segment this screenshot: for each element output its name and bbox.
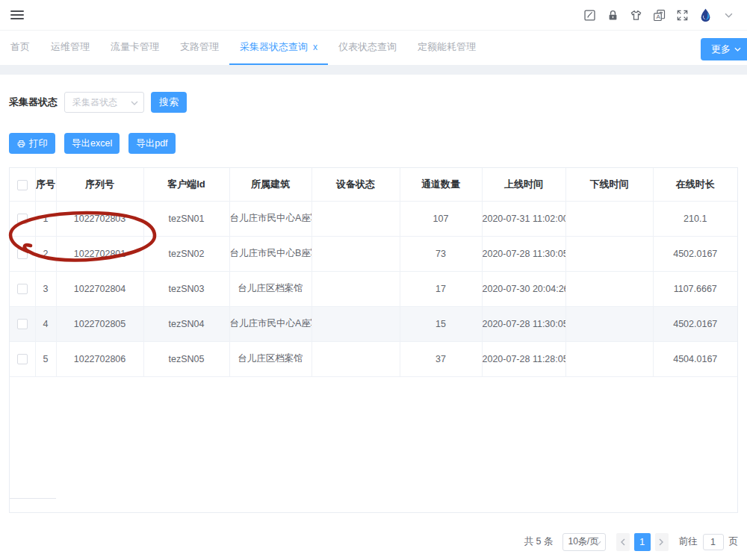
export-excel-button[interactable]: 导出excel [64, 133, 120, 154]
cell-seq: 1 [35, 201, 56, 236]
tab-ops-management[interactable]: 运维管理 [40, 31, 100, 65]
filter-row: 采集器状态 采集器状态 搜索 [9, 92, 738, 113]
table-row: 4 1022702805 tezSN04 台儿庄市民中心A座写字楼 15 202… [10, 306, 737, 341]
cell-seq: 4 [35, 306, 56, 341]
header-building: 所属建筑 [229, 168, 311, 201]
cell-building: 台儿庄区档案馆 [229, 341, 311, 376]
cell-serial: 1022702806 [56, 341, 143, 376]
row-checkbox[interactable] [17, 319, 28, 329]
menu-toggle-icon[interactable] [10, 8, 24, 22]
cell-online-time: 2020-07-28 11:28:05 [482, 341, 565, 376]
cell-serial: 1022702801 [56, 236, 143, 271]
prev-page-button[interactable] [616, 533, 630, 551]
cell-building: 台儿庄市民中心A座写字楼 [229, 201, 311, 236]
table-empty-area [10, 377, 737, 512]
cell-device-status [311, 201, 400, 236]
header-online-duration: 在线时长 [653, 168, 737, 201]
tab-close-icon[interactable]: x [313, 42, 317, 52]
cell-seq: 3 [35, 271, 56, 306]
cell-building: 台儿庄市民中心B座写字楼 [229, 236, 311, 271]
total-count-label: 共 5 条 [524, 535, 554, 548]
collector-status-label: 采集器状态 [9, 96, 58, 109]
tab-branch-management[interactable]: 支路管理 [170, 31, 229, 65]
cell-seq: 5 [35, 341, 56, 376]
goto-page-input[interactable] [703, 534, 724, 550]
header-offline-time: 下线时间 [565, 168, 653, 201]
cell-offline-time [565, 201, 653, 236]
app-window: A 首页 运维管理 流量卡管理 支路管理 采集器状态查询 x 仪表状态查询 定额… [0, 0, 747, 560]
brand-logo[interactable] [697, 7, 713, 23]
page-number-button[interactable]: 1 [634, 533, 651, 551]
user-menu-arrow-icon[interactable] [720, 7, 737, 23]
topbar: A [0, 0, 747, 31]
header-channel-count: 通道数量 [400, 168, 482, 201]
cell-online-duration: 4502.0167 [653, 306, 737, 341]
table-row: 2 1022702801 tezSN02 台儿庄市民中心B座写字楼 73 202… [10, 236, 737, 271]
cell-device-status [311, 306, 400, 341]
fixed-column-border [10, 498, 56, 499]
cell-client-id: tezSN04 [143, 306, 229, 341]
cell-client-id: tezSN05 [143, 341, 229, 376]
cell-online-time: 2020-07-31 11:02:00 [482, 201, 565, 236]
cell-online-time: 2020-07-28 11:30:05 [482, 236, 565, 271]
chevron-left-icon [620, 538, 625, 546]
export-pdf-button[interactable]: 导出pdf [128, 133, 175, 154]
table-row: 5 1022702806 tezSN05 台儿庄区档案馆 37 2020-07-… [10, 341, 737, 376]
theme-shirt-icon[interactable] [627, 7, 644, 23]
topbar-actions: A [581, 7, 737, 23]
pagination: 共 5 条 10条/页 1 前往 页 [9, 533, 738, 551]
tab-meter-status-query[interactable]: 仪表状态查询 [328, 31, 407, 65]
cell-client-id: tezSN02 [143, 236, 229, 271]
header-online-time: 上线时间 [482, 168, 565, 201]
tabbar-divider [0, 65, 747, 75]
chevron-right-icon [659, 538, 664, 546]
tab-sim-card-management[interactable]: 流量卡管理 [100, 31, 170, 65]
tab-home[interactable]: 首页 [0, 31, 40, 65]
row-checkbox[interactable] [17, 284, 28, 294]
tab-quota-energy-management[interactable]: 定额能耗管理 [407, 31, 486, 65]
cell-channel-count: 37 [400, 341, 482, 376]
tab-bar: 首页 运维管理 流量卡管理 支路管理 采集器状态查询 x 仪表状态查询 定额能耗… [0, 31, 747, 65]
page-unit-label: 页 [729, 535, 739, 548]
cell-offline-time [565, 236, 653, 271]
sign-icon[interactable] [581, 7, 598, 23]
cell-online-duration: 1107.6667 [653, 271, 737, 306]
select-placeholder: 采集器状态 [72, 96, 117, 109]
header-select-all [10, 168, 35, 201]
more-tabs-button[interactable]: 更多 [701, 38, 747, 60]
cell-client-id: tezSN03 [143, 271, 229, 306]
collector-table: 序号 序列号 客户端Id 所属建筑 设备状态 通道数量 上线时间 下线时间 在线… [9, 167, 738, 513]
cell-seq: 2 [35, 236, 56, 271]
chevron-down-icon [595, 541, 601, 545]
cell-building: 台儿庄市民中心A座写字楼 [229, 306, 311, 341]
search-button[interactable]: 搜索 [151, 92, 187, 113]
header-device-status: 设备状态 [311, 168, 400, 201]
next-page-button[interactable] [655, 533, 669, 551]
header-client-id: 客户端Id [143, 168, 229, 201]
table-row: 3 1022702804 tezSN03 台儿庄区档案馆 17 2020-07-… [10, 271, 737, 306]
tab-collector-status-query[interactable]: 采集器状态查询 x [229, 31, 328, 65]
fullscreen-icon[interactable] [674, 7, 690, 23]
content-area: 采集器状态 采集器状态 搜索 打印 导出excel 导出pdf [0, 92, 747, 551]
page-size-select[interactable]: 10条/页 [562, 533, 606, 551]
actions-row: 打印 导出excel 导出pdf [9, 133, 738, 154]
row-checkbox[interactable] [17, 214, 28, 224]
cell-offline-time [565, 271, 653, 306]
table-row: 1 1022702803 tezSN01 台儿庄市民中心A座写字楼 107 20… [10, 201, 737, 236]
collector-status-select[interactable]: 采集器状态 [64, 92, 144, 113]
cell-serial: 1022702804 [56, 271, 143, 306]
cell-device-status [311, 236, 400, 271]
row-checkbox[interactable] [17, 249, 28, 259]
language-icon[interactable]: A [651, 7, 667, 23]
goto-label: 前往 [679, 535, 698, 548]
row-checkbox[interactable] [17, 354, 28, 364]
cell-device-status [311, 271, 400, 306]
print-button[interactable]: 打印 [9, 133, 55, 154]
select-all-checkbox[interactable] [17, 180, 28, 190]
lock-icon[interactable] [604, 7, 621, 23]
cell-channel-count: 15 [400, 306, 482, 341]
printer-icon [16, 139, 26, 149]
cell-online-duration: 210.1 [653, 201, 737, 236]
cell-serial: 1022702803 [56, 201, 143, 236]
svg-text:A: A [656, 13, 660, 20]
